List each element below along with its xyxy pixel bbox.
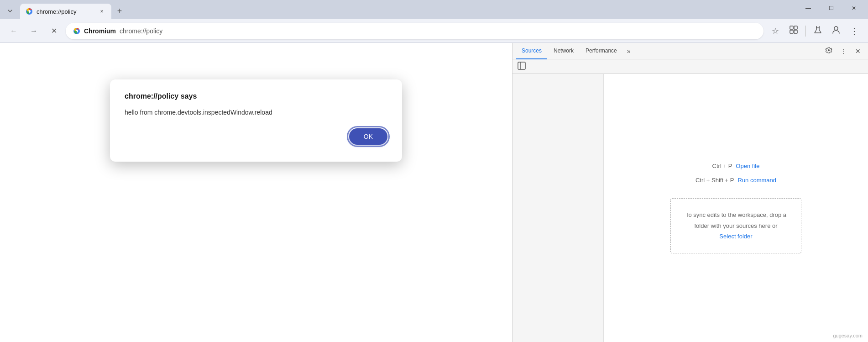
- page-content: chrome://policy says hello from chrome.d…: [0, 43, 512, 342]
- extensions-icon: [789, 25, 798, 37]
- reload-btn[interactable]: ✕: [46, 23, 62, 39]
- devtools-toolbar: [512, 59, 868, 74]
- alert-overlay: chrome://policy says hello from chrome.d…: [0, 43, 512, 342]
- devtools-panel: Sources Network Performance » ⋮ ✕: [512, 43, 868, 342]
- forward-btn[interactable]: →: [26, 23, 42, 39]
- devtools-tab-performance-label: Performance: [586, 47, 617, 54]
- tab-close-btn[interactable]: ×: [98, 7, 106, 16]
- bookmark-icon: ☆: [772, 26, 779, 36]
- devtools-tab-performance[interactable]: Performance: [580, 43, 622, 59]
- shortcut-open-file: Ctrl + P Open file: [712, 163, 760, 169]
- browser-menu-icon: ⋮: [850, 26, 859, 37]
- browser-window: chrome://policy × + — ☐ ✕ ← → ✕ Chromium…: [0, 0, 868, 342]
- workspace-drop-text-line2: folder with your sources here or: [694, 222, 777, 229]
- tab-title: chrome://policy: [37, 8, 94, 15]
- devtools-tab-network-label: Network: [554, 47, 574, 54]
- nav-bar: ← → ✕ Chromium chrome://policy ☆: [0, 19, 868, 43]
- tab-bar: chrome://policy × + — ☐ ✕: [0, 0, 868, 19]
- devtools-tab-network[interactable]: Network: [548, 43, 579, 59]
- nav-actions: ☆ ⋮: [767, 23, 863, 39]
- alert-title: chrome://policy says: [125, 92, 387, 100]
- address-bar[interactable]: Chromium chrome://policy: [66, 23, 763, 39]
- run-command-link[interactable]: Run command: [738, 177, 777, 184]
- close-btn[interactable]: ✕: [843, 1, 864, 16]
- alert-ok-btn[interactable]: OK: [349, 128, 387, 145]
- browser-menu-btn[interactable]: ⋮: [846, 23, 863, 39]
- devtools-tabs-more-btn[interactable]: »: [623, 47, 634, 55]
- extensions-btn[interactable]: [785, 23, 802, 39]
- devtools-body: Ctrl + P Open file Ctrl + Shift + P Run …: [512, 74, 868, 342]
- devtools-settings-btn[interactable]: [822, 45, 835, 58]
- window-controls: — ☐ ✕: [798, 1, 864, 19]
- address-favicon: [73, 27, 80, 35]
- devtools-tab-bar: Sources Network Performance » ⋮ ✕: [512, 43, 868, 59]
- tab-dropdown-btn[interactable]: [4, 5, 16, 17]
- svg-rect-4: [790, 26, 793, 29]
- svg-rect-6: [790, 30, 793, 33]
- forward-icon: →: [30, 27, 37, 35]
- maximize-btn[interactable]: ☐: [821, 1, 842, 16]
- alert-dialog: chrome://policy says hello from chrome.d…: [110, 79, 402, 162]
- workspace-drop-text-line1: To sync edits to the workspace, drop a: [685, 211, 786, 218]
- tab-favicon: [26, 8, 33, 15]
- workspace-drop-zone[interactable]: To sync edits to the workspace, drop a f…: [670, 198, 801, 253]
- devtools-tab-sources[interactable]: Sources: [516, 43, 547, 59]
- profile-btn[interactable]: [828, 23, 844, 39]
- toggle-sidebar-icon: [518, 62, 526, 71]
- devtools-tab-actions: ⋮ ✕: [822, 45, 864, 58]
- devtools-close-btn[interactable]: ✕: [852, 45, 864, 58]
- new-tab-btn[interactable]: +: [113, 5, 126, 17]
- main-content: chrome://policy says hello from chrome.d…: [0, 43, 868, 342]
- devtools-main-area: Ctrl + P Open file Ctrl + Shift + P Run …: [604, 74, 868, 342]
- svg-rect-7: [794, 30, 797, 33]
- nav-divider: [805, 26, 806, 37]
- shortcut-run-command: Ctrl + Shift + P Run command: [695, 177, 776, 184]
- bookmark-btn[interactable]: ☆: [767, 23, 784, 39]
- alert-actions: OK: [125, 128, 387, 145]
- open-file-link[interactable]: Open file: [736, 163, 759, 169]
- shortcut-run-command-keys: Ctrl + Shift + P: [695, 177, 734, 184]
- reload-icon: ✕: [51, 26, 57, 35]
- back-icon: ←: [10, 27, 17, 35]
- watermark: gugesay.com: [833, 333, 863, 338]
- active-tab[interactable]: chrome://policy ×: [20, 4, 111, 19]
- svg-point-9: [834, 26, 838, 30]
- file-sidebar: [512, 74, 604, 342]
- alert-message: hello from chrome.devtools.inspectedWind…: [125, 108, 387, 117]
- devtools-more-btn[interactable]: ⋮: [837, 45, 850, 58]
- devtools-tab-sources-label: Sources: [522, 47, 542, 54]
- profile-icon: [831, 25, 841, 37]
- back-btn[interactable]: ←: [5, 23, 22, 39]
- svg-rect-5: [794, 26, 797, 29]
- shortcut-open-file-keys: Ctrl + P: [712, 163, 732, 169]
- devtools-settings-icon: [825, 47, 832, 55]
- select-folder-link[interactable]: Select folder: [719, 233, 752, 240]
- lab-btn[interactable]: [810, 23, 826, 39]
- address-path: chrome://policy: [120, 27, 162, 35]
- toggle-sidebar-btn[interactable]: [516, 61, 527, 72]
- minimize-btn[interactable]: —: [798, 1, 819, 16]
- address-origin: Chromium: [84, 27, 116, 35]
- svg-rect-10: [518, 62, 525, 69]
- lab-icon: [813, 25, 822, 37]
